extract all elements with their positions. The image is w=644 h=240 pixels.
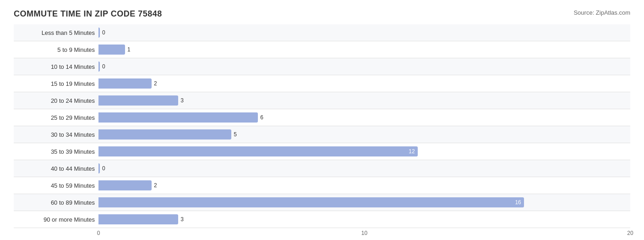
bar-label: 10 to 14 Minutes [14,63,98,70]
bar-row: 45 to 59 Minutes2 [14,177,630,194]
bar: 12 [98,146,418,156]
bar-row: 40 to 44 Minutes0 [14,160,630,177]
bar-value: 12 [409,148,415,155]
bar [98,180,152,190]
bar-row: 30 to 34 Minutes5 [14,126,630,143]
bar-row: Less than 5 Minutes0 [14,24,630,41]
bar-label: Less than 5 Minutes [14,29,98,36]
bar-value: 3 [180,97,184,104]
bar-container: 2 [98,75,630,92]
chart-wrapper: COMMUTE TIME IN ZIP CODE 75848 Source: Z… [14,9,630,239]
bar-value: 3 [180,216,184,223]
bar [98,45,125,55]
bar [98,112,258,123]
bar-value: 1 [127,46,131,53]
bar-label: 40 to 44 Minutes [14,165,98,172]
bar-container: 1 [98,41,630,58]
bar-label: 25 to 29 Minutes [14,114,98,121]
x-axis: 01020 [98,230,630,239]
bar-value: 0 [102,29,105,36]
chart-title: COMMUTE TIME IN ZIP CODE 75848 [14,9,162,19]
bar [98,129,231,140]
bar-container: 3 [98,92,630,109]
bar-container: 0 [98,24,630,41]
bar-container: 0 [98,58,630,75]
bar-row: 15 to 19 Minutes2 [14,75,630,92]
bar-label: 60 to 89 Minutes [14,199,98,206]
bar-container: 2 [98,177,630,194]
source-label: Source: ZipAtlas.com [573,9,630,16]
bar-label: 35 to 39 Minutes [14,148,98,155]
chart-header: COMMUTE TIME IN ZIP CODE 75848 Source: Z… [14,9,630,21]
bar-container: 5 [98,126,630,143]
bar-container: 3 [98,211,630,228]
x-axis-tick: 0 [97,230,100,236]
bar [98,61,100,72]
x-axis-tick: 10 [361,230,367,236]
x-axis-tick: 20 [627,230,633,236]
bar: 16 [98,197,524,207]
bar [98,95,178,106]
bar-label: 20 to 24 Minutes [14,97,98,104]
bar-value: 2 [154,80,157,87]
bar-row: 5 to 9 Minutes1 [14,41,630,58]
bar-row: 90 or more Minutes3 [14,211,630,228]
bar-container: 6 [98,109,630,126]
bar [98,28,100,38]
bar-row: 10 to 14 Minutes0 [14,58,630,75]
bar-container: 0 [98,160,630,177]
bar-value: 0 [102,165,105,172]
chart-area: Less than 5 Minutes05 to 9 Minutes110 to… [14,24,630,228]
bar-row: 20 to 24 Minutes3 [14,92,630,109]
bar-container: 12 [98,143,630,160]
bar-container: 16 [98,194,630,211]
bar-label: 5 to 9 Minutes [14,46,98,53]
bar-value: 0 [102,63,105,70]
bar-value: 6 [260,114,263,121]
bar-row: 25 to 29 Minutes6 [14,109,630,126]
bar [98,214,178,224]
bar-value: 16 [515,199,521,206]
bar-label: 90 or more Minutes [14,216,98,223]
bar-label: 45 to 59 Minutes [14,182,98,189]
bar-value: 2 [154,182,157,189]
bar-row: 35 to 39 Minutes12 [14,143,630,160]
bar-label: 15 to 19 Minutes [14,80,98,87]
bar [98,78,152,89]
bar-row: 60 to 89 Minutes16 [14,194,630,211]
bar-label: 30 to 34 Minutes [14,131,98,138]
bar [98,163,100,173]
bar-value: 5 [234,131,237,138]
